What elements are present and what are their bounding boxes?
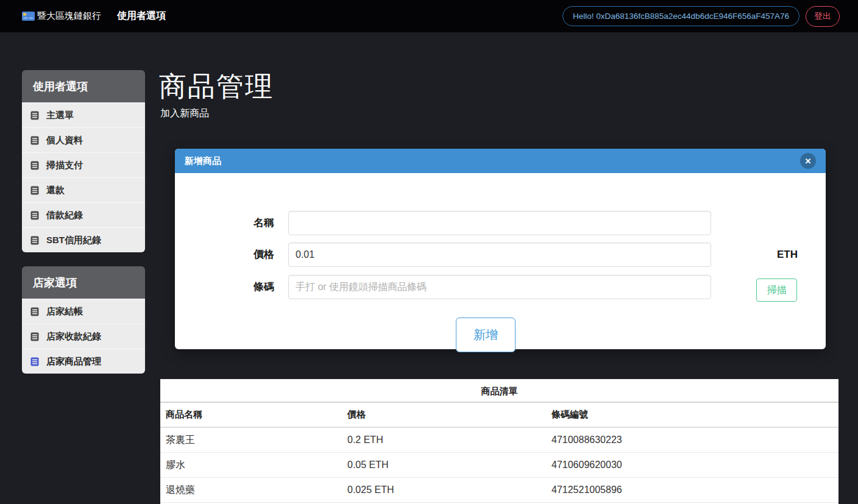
- column-header-price: 價格: [347, 409, 551, 421]
- sidebar-section-store: 店家選項 店家結帳 店家收款紀錄 店家商品管理: [22, 266, 145, 374]
- sidebar-item-sbt-credit[interactable]: SBT信用紀錄: [22, 227, 145, 252]
- sidebar-item-label: 還款: [46, 185, 65, 196]
- cell-barcode: 4712521005896: [551, 484, 838, 495]
- journal-icon: [30, 307, 39, 316]
- sidebar-item-main-menu[interactable]: 主選單: [22, 102, 145, 127]
- sidebar-item-store-product-management[interactable]: 店家商品管理: [22, 349, 145, 374]
- wallet-address-button[interactable]: Hello! 0xDa68136fcB885a2ec44db6dcE946F65…: [562, 6, 800, 26]
- sidebar-item-label: 店家結帳: [46, 306, 83, 318]
- page-title: 商品管理: [159, 68, 274, 105]
- table-row: 退燒藥 0.025 ETH 4712521005896: [160, 478, 838, 503]
- table-caption: 商品清單: [160, 379, 838, 403]
- sidebar-item-label: SBT信用紀錄: [46, 235, 101, 246]
- journal-icon: [30, 332, 39, 341]
- sidebar-item-label: 借款紀錄: [46, 210, 83, 221]
- barcode-label: 條碼: [175, 275, 274, 299]
- cell-barcode: 4710609620030: [551, 460, 838, 470]
- sidebar-item-repay[interactable]: 還款: [22, 177, 145, 202]
- sidebar-item-label: 店家商品管理: [46, 356, 101, 367]
- add-product-button[interactable]: 新增: [456, 318, 516, 352]
- cell-product-name: 膠水: [160, 459, 347, 472]
- name-input[interactable]: [288, 211, 711, 235]
- scan-button[interactable]: 掃描: [756, 279, 797, 302]
- brand-label: 暨大區塊鏈銀行: [37, 10, 101, 22]
- journal-icon: [30, 236, 39, 245]
- price-input[interactable]: [288, 243, 711, 267]
- sidebar-item-label: 主選單: [46, 110, 74, 121]
- price-unit-label: ETH: [777, 249, 798, 261]
- sidebar-item-store-payments[interactable]: 店家收款紀錄: [22, 324, 145, 349]
- column-header-product-name: 商品名稱: [160, 409, 347, 421]
- sidebar-item-store-checkout[interactable]: 店家結帳: [22, 299, 145, 324]
- table-row: 膠水 0.05 ETH 4710609620030: [160, 453, 838, 478]
- modal-title: 新增商品: [185, 155, 221, 167]
- credit-card-icon: [22, 12, 35, 21]
- sidebar-item-label: 個人資料: [46, 135, 83, 146]
- navbar: 暨大區塊鏈銀行 使用者選項 Hello! 0xDa68136fcB885a2ec…: [0, 0, 858, 32]
- journal-icon: [30, 357, 39, 366]
- sidebar-header-store-options: 店家選項: [22, 266, 145, 299]
- brand-link[interactable]: 暨大區塊鏈銀行: [22, 10, 101, 22]
- barcode-input[interactable]: [288, 275, 711, 299]
- table-row: 茶裏王 0.2 ETH 4710088630223: [160, 428, 838, 453]
- name-label: 名稱: [175, 211, 274, 235]
- cell-product-name: 退燒藥: [160, 484, 347, 497]
- journal-icon: [30, 136, 39, 145]
- journal-icon: [30, 186, 39, 195]
- add-product-modal: 新增商品 ✕ 名稱 價格 ETH 條碼 掃描 新增: [175, 149, 826, 349]
- cell-product-name: 茶裏王: [160, 434, 347, 447]
- sidebar: 使用者選項 主選單 個人資料 掃描支付 還款 借款紀錄 SBT信用紀錄 店家選項: [22, 70, 145, 388]
- modal-close-button[interactable]: ✕: [800, 153, 816, 169]
- sidebar-header-user-options: 使用者選項: [22, 70, 145, 102]
- sidebar-item-scan-pay[interactable]: 掃描支付: [22, 152, 145, 177]
- product-management-page: { "navbar": { "brand": "暨大區塊鏈銀行", "menu"…: [0, 0, 858, 504]
- journal-icon: [30, 161, 39, 170]
- journal-icon: [30, 111, 39, 120]
- modal-body: 名稱 價格 ETH 條碼 掃描 新增: [175, 173, 826, 349]
- logout-button[interactable]: 登出: [806, 6, 840, 27]
- cell-price: 0.05 ETH: [347, 460, 551, 470]
- journal-icon: [30, 211, 39, 220]
- cell-price: 0.025 ETH: [347, 484, 551, 495]
- sidebar-item-label: 店家收款紀錄: [46, 331, 101, 343]
- navbar-right: Hello! 0xDa68136fcB885a2ec44db6dcE946F65…: [562, 6, 840, 27]
- sidebar-item-loan-records[interactable]: 借款紀錄: [22, 202, 145, 227]
- sidebar-item-profile[interactable]: 個人資料: [22, 127, 145, 152]
- table-header-row: 商品名稱 價格 條碼編號: [160, 403, 838, 428]
- product-table: 商品清單 商品名稱 價格 條碼編號 茶裏王 0.2 ETH 4710088630…: [160, 379, 838, 504]
- sidebar-item-label: 掃描支付: [46, 160, 83, 171]
- nav-item-user-options[interactable]: 使用者選項: [117, 10, 166, 23]
- column-header-barcode: 條碼編號: [551, 409, 838, 421]
- close-icon: ✕: [805, 157, 812, 165]
- cell-barcode: 4710088630223: [551, 435, 838, 445]
- cell-price: 0.2 ETH: [347, 435, 551, 445]
- price-label: 價格: [175, 243, 274, 267]
- page-subtitle: 加入新商品: [160, 107, 209, 120]
- sidebar-section-user: 使用者選項 主選單 個人資料 掃描支付 還款 借款紀錄 SBT信用紀錄: [22, 70, 145, 252]
- modal-header: 新增商品 ✕: [175, 149, 826, 173]
